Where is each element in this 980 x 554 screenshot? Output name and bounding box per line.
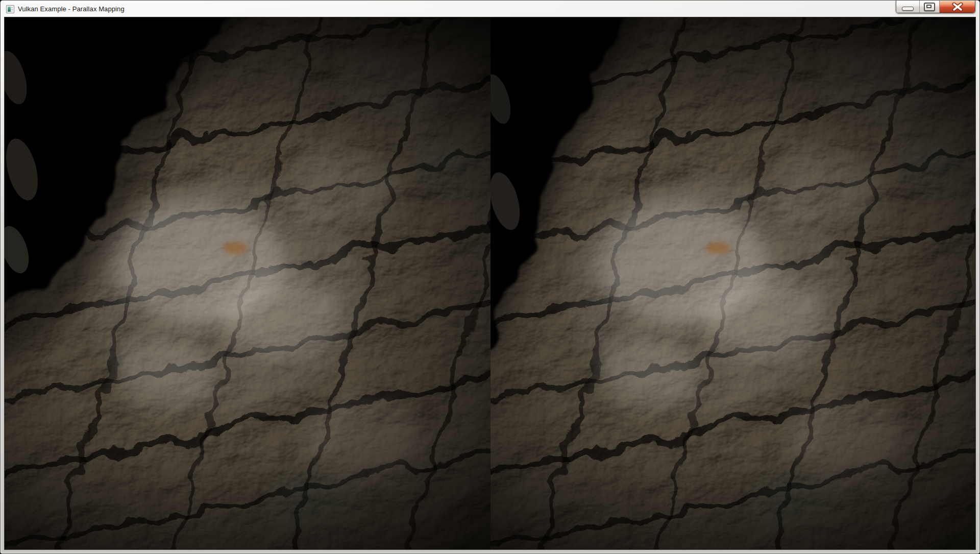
maximize-icon	[924, 3, 935, 11]
maximize-button[interactable]	[919, 1, 939, 13]
vulkan-render	[5, 17, 975, 549]
window-controls	[896, 1, 975, 13]
close-icon	[951, 3, 964, 11]
render-area[interactable]	[5, 17, 975, 549]
minimize-icon	[902, 7, 914, 11]
minimize-button[interactable]	[896, 1, 919, 13]
viewport-left[interactable]	[5, 17, 564, 549]
window-title: Vulkan Example - Parallax Mapping	[18, 5, 125, 13]
app-icon-lines	[11, 7, 13, 12]
app-icon-pane	[8, 7, 11, 12]
app-icon	[6, 5, 14, 13]
close-button[interactable]	[939, 1, 975, 13]
viewport-right[interactable]	[411, 17, 975, 549]
titlebar[interactable]: Vulkan Example - Parallax Mapping	[1, 1, 979, 17]
app-window: Vulkan Example - Parallax Mapping	[0, 0, 980, 554]
